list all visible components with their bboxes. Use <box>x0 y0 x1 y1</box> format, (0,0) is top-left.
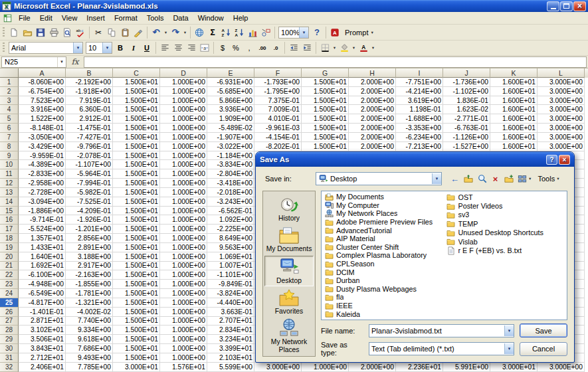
file-item[interactable]: DCIM <box>322 268 444 276</box>
cell-A26[interactable]: -1.401E-01 <box>19 308 66 317</box>
file-item[interactable]: Poster Videos <box>444 201 567 210</box>
cell-C14[interactable]: 1.500E+01 <box>113 197 160 207</box>
cell-D20[interactable]: 1.000E+00 <box>160 252 207 262</box>
cell-D5[interactable]: 1.000E+00 <box>160 114 207 124</box>
insert-hyperlink-button[interactable] <box>193 26 206 39</box>
cell-F1[interactable]: -1.793E+00 <box>254 78 302 87</box>
cell-D29[interactable]: 1.000E+00 <box>160 335 207 344</box>
cell-B30[interactable]: 7.686E+00 <box>66 344 113 353</box>
cell-K32[interactable]: 3.000E+01 <box>490 363 538 372</box>
font-name-combo[interactable]: Arial ▼ <box>9 42 83 54</box>
cell-D22[interactable]: 1.000E+00 <box>160 270 207 280</box>
cell-B1[interactable]: -2.192E+00 <box>66 78 113 87</box>
fill-color-button[interactable] <box>338 41 351 54</box>
file-item[interactable]: sv3 <box>444 211 567 219</box>
cell-C11[interactable]: 1.500E+01 <box>113 169 160 179</box>
cell-D17[interactable]: 1.000E+00 <box>160 225 207 234</box>
chevron-down-icon[interactable]: ▼ <box>432 173 441 184</box>
cell-D32[interactable]: 1.576E+01 <box>160 363 207 372</box>
cell-E21[interactable]: 1.007E+01 <box>207 262 254 271</box>
row-header-32[interactable]: 32 <box>0 363 19 372</box>
column-header-D[interactable]: D <box>160 68 207 78</box>
file-item[interactable]: CPLSeason <box>322 260 444 268</box>
menu-file[interactable]: File <box>14 13 35 23</box>
place-my-network-places[interactable]: My Network Places <box>264 318 314 354</box>
cell-B3[interactable]: 7.919E-01 <box>66 96 113 106</box>
italic-button[interactable]: I <box>127 41 140 54</box>
cell-I7[interactable]: -6.234E+00 <box>396 133 443 142</box>
fill-color-dropdown[interactable]: ▼ <box>351 41 357 54</box>
cell-A10[interactable]: -4.389E+00 <box>19 160 66 169</box>
row-header-29[interactable]: 29 <box>0 335 19 344</box>
cell-J3[interactable]: 1.836E-01 <box>443 96 490 106</box>
cell-E4[interactable]: 3.936E+00 <box>207 105 254 114</box>
column-header-G[interactable]: G <box>302 68 349 78</box>
cell-B27[interactable]: 7.740E+00 <box>66 317 113 326</box>
cell-F7[interactable]: -4.154E-01 <box>254 133 302 142</box>
cell-B12[interactable]: -7.994E-01 <box>66 179 113 188</box>
cell-E18[interactable]: 8.649E+00 <box>207 234 254 243</box>
cell-D23[interactable]: 1.000E+00 <box>160 280 207 289</box>
menu-insert[interactable]: Insert <box>82 13 110 23</box>
insert-function-button[interactable]: fx <box>66 57 84 66</box>
new-button[interactable] <box>7 26 21 39</box>
cell-E2[interactable]: -5.685E+00 <box>207 87 254 96</box>
cell-C25[interactable]: 1.500E+01 <box>113 298 160 308</box>
cell-D7[interactable]: 1.000E+00 <box>160 133 207 142</box>
file-item[interactable]: Unused Desktop Shortcuts <box>444 229 567 237</box>
cell-D1[interactable]: 1.000E+00 <box>160 78 207 87</box>
row-header-9[interactable]: 9 <box>0 151 19 161</box>
cell-B13[interactable]: -5.982E-01 <box>66 188 113 197</box>
cell-K8[interactable]: 1.600E+01 <box>490 142 538 151</box>
cell-C15[interactable]: 1.500E+01 <box>113 207 160 216</box>
file-item[interactable]: IEEE <box>322 302 444 310</box>
cell-B7[interactable]: -7.427E-01 <box>66 133 113 142</box>
row-header-20[interactable]: 20 <box>0 252 19 262</box>
cell-E7[interactable]: -1.907E+00 <box>207 133 254 142</box>
cell-L1[interactable]: 3.000E+00 <box>538 78 585 87</box>
place-favorites[interactable]: Favorites <box>264 287 314 318</box>
cell-C23[interactable]: 1.500E+01 <box>113 280 160 289</box>
cell-K1[interactable]: 1.600E+01 <box>490 78 538 87</box>
help-button[interactable]: ? <box>310 26 324 39</box>
cell-B16[interactable]: -1.926E-01 <box>66 215 113 225</box>
file-item[interactable]: Adobe Premiere Preview Files <box>322 218 444 227</box>
menu-window[interactable]: Window <box>193 13 229 23</box>
cell-B25[interactable]: -1.321E+00 <box>66 298 113 308</box>
cell-A30[interactable]: 3.843E+01 <box>19 344 66 353</box>
cell-A14[interactable]: -3.094E+00 <box>19 197 66 207</box>
cell-C30[interactable]: 1.500E+01 <box>113 344 160 353</box>
cell-C17[interactable]: 1.500E+01 <box>113 225 160 234</box>
cell-E19[interactable]: 9.563E+00 <box>207 243 254 252</box>
cell-C3[interactable]: 1.500E+01 <box>113 96 160 106</box>
create-new-folder-button[interactable] <box>502 172 516 185</box>
cell-L4[interactable]: 3.000E+00 <box>538 105 585 114</box>
cell-B22[interactable]: -2.163E+00 <box>66 270 113 280</box>
cell-C32[interactable]: 3.000E+01 <box>113 363 160 372</box>
close-button[interactable]: × <box>573 1 586 11</box>
file-item[interactable]: Cluster Center Shift <box>322 243 444 252</box>
select-all-corner[interactable] <box>0 68 19 78</box>
chevron-down-icon[interactable]: ▼ <box>299 27 308 38</box>
file-item[interactable]: My Network Places <box>322 209 444 218</box>
cell-J7[interactable]: -1.126E+00 <box>443 133 490 142</box>
cell-A21[interactable]: 1.692E+01 <box>19 262 66 271</box>
cell-D15[interactable]: 1.000E+00 <box>160 207 207 216</box>
cell-D8[interactable]: 1.000E+00 <box>160 142 207 151</box>
cell-H8[interactable]: 2.000E+00 <box>349 142 396 151</box>
cell-E15[interactable]: -6.562E-01 <box>207 207 254 216</box>
cell-B18[interactable]: 2.856E+00 <box>66 234 113 243</box>
prompt-dropdown[interactable]: Prompt▼ <box>342 26 377 39</box>
cell-B4[interactable]: 6.360E-01 <box>66 105 113 114</box>
cell-C8[interactable]: 1.500E+01 <box>113 142 160 151</box>
cell-G8[interactable]: 1.500E+01 <box>302 142 349 151</box>
zoom-combo[interactable]: 100%▼ <box>278 27 309 39</box>
cell-I2[interactable]: -4.214E+00 <box>396 87 443 96</box>
chevron-down-icon[interactable]: ▼ <box>102 43 112 53</box>
file-item[interactable]: My Documents <box>322 193 444 201</box>
column-header-J[interactable]: J <box>443 68 490 78</box>
cell-H7[interactable]: 2.000E+00 <box>349 133 396 142</box>
cell-A19[interactable]: 1.433E+01 <box>19 243 66 252</box>
print-button[interactable] <box>47 26 60 39</box>
column-header-E[interactable]: E <box>207 68 254 78</box>
